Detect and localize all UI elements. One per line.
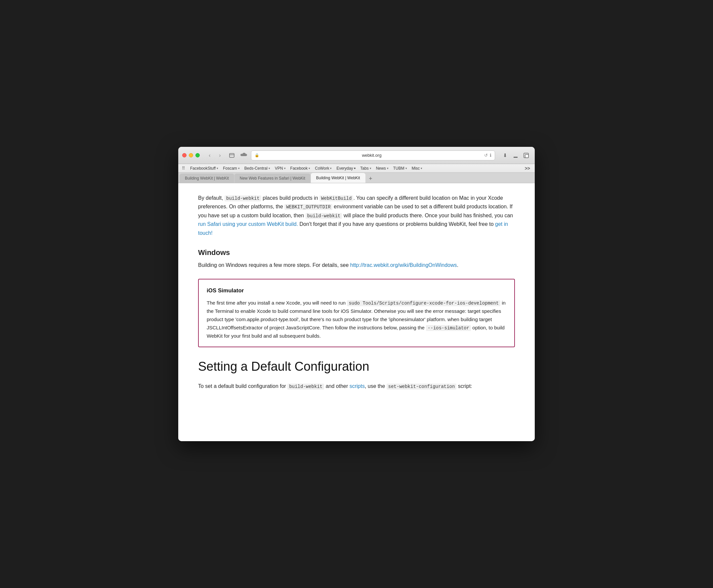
bookmark-news[interactable]: News ▾ (374, 165, 391, 172)
traffic-lights (182, 153, 200, 158)
bookmarks-grid-icon[interactable]: ⠿ (181, 166, 186, 171)
setting-paragraph: To set a default build configuration for… (198, 382, 515, 391)
info-button[interactable]: ℹ (490, 153, 491, 158)
setting-section: Setting a Default Configuration To set a… (198, 357, 515, 391)
chevron-icon: ▾ (284, 167, 286, 170)
bookmark-misc[interactable]: Misc ▾ (410, 165, 425, 172)
bookmarks-bar: ⠿ FacebookStuff ▾ Foscam ▾ Beds-Central … (178, 164, 535, 173)
bookmark-label: Everyday (336, 166, 353, 171)
bookmark-label: Foscam (223, 166, 237, 171)
windows-heading: Windows (198, 247, 515, 258)
reload-button[interactable]: ↺ (484, 153, 488, 158)
bookmark-label: FacebookStuff (190, 166, 216, 171)
chevron-icon: ▾ (217, 167, 218, 170)
code-build-webkit-1: build-webkit (225, 195, 261, 202)
chevron-icon: ▾ (330, 167, 332, 170)
bookmarks-overflow-button[interactable]: >> (523, 166, 532, 171)
new-tab-add-button[interactable]: + (366, 174, 375, 183)
bookmark-label: CoWork (315, 166, 329, 171)
chevron-icon: ▾ (387, 167, 389, 170)
bookmark-label: Facebook (290, 166, 308, 171)
svg-rect-3 (525, 154, 528, 158)
bookmark-label: VPN (275, 166, 283, 171)
bookmark-facebook[interactable]: Facebook ▾ (288, 165, 313, 172)
svg-rect-0 (230, 153, 234, 158)
cloud-button[interactable] (239, 151, 248, 160)
bookmark-label: Misc (412, 166, 420, 171)
chevron-icon: ▾ (405, 167, 407, 170)
intro-section: By default, build-webkit places build pr… (198, 194, 515, 237)
tabs-bar: Building WebKit | WebKit New Web Feature… (178, 173, 535, 183)
tab-label: Building WebKit | WebKit (185, 176, 229, 181)
bookmark-cowork[interactable]: CoWork ▾ (313, 165, 334, 172)
setting-heading: Setting a Default Configuration (198, 357, 515, 377)
chevron-icon: ▾ (309, 167, 310, 170)
close-button[interactable] (182, 153, 187, 158)
lock-icon: 🔒 (255, 153, 259, 158)
url-display: webkit.org (261, 153, 482, 158)
bookmark-vpn[interactable]: VPN ▾ (273, 165, 288, 172)
link-windows[interactable]: http://trac.webkit.org/wiki/BuildingOnWi… (350, 262, 457, 268)
bookmark-label: Tabs (360, 166, 369, 171)
ios-box-title: iOS Simulator (207, 286, 506, 295)
download-button[interactable]: ⬇ (500, 151, 510, 160)
bookmark-tubm[interactable]: TUBM ▾ (391, 165, 409, 172)
code-webkitbuild: WebKitBuild (319, 195, 353, 202)
chevron-icon: ▾ (421, 167, 422, 170)
bookmark-favicon: ■ (354, 167, 356, 170)
tab-label: New Web Features in Safari | WebKit (240, 176, 305, 181)
bookmark-tabs[interactable]: Tabs ▾ (358, 165, 373, 172)
back-button[interactable]: ‹ (205, 151, 214, 160)
bookmark-foscam[interactable]: Foscam ▾ (221, 165, 242, 172)
bookmark-facebookstuff[interactable]: FacebookStuff ▾ (188, 165, 220, 172)
tab-view-button[interactable] (227, 151, 236, 160)
code-outputdir: WEBKIT_OUTPUTDIR (285, 204, 332, 210)
page-content: By default, build-webkit places build pr… (178, 183, 535, 441)
tab-3-active[interactable]: Building WebKit | WebKit (311, 173, 365, 183)
code-build-webkit-2: build-webkit (306, 213, 342, 219)
bookmark-label: TUBM (393, 166, 404, 171)
windows-section: Windows Building on Windows requires a f… (198, 247, 515, 270)
share-button[interactable] (511, 151, 520, 160)
bookmark-everyday[interactable]: Everyday ■ (334, 165, 357, 172)
intro-paragraph-1: By default, build-webkit places build pr… (198, 194, 515, 237)
forward-button[interactable]: › (215, 151, 225, 160)
link-run-safari[interactable]: run Safari using your custom WebKit buil… (198, 221, 298, 227)
link-scripts[interactable]: scripts (350, 383, 365, 389)
tab-2[interactable]: New Web Features in Safari | WebKit (234, 174, 311, 183)
title-bar: ‹ › 🔒 webkit.org ↺ ℹ ⬇ (178, 147, 535, 164)
new-tab-button[interactable] (522, 151, 531, 160)
browser-window: ‹ › 🔒 webkit.org ↺ ℹ ⬇ (178, 147, 535, 441)
chevron-icon: ▾ (370, 167, 371, 170)
nav-buttons: ‹ › (205, 151, 225, 160)
maximize-button[interactable] (195, 153, 200, 158)
right-buttons: ⬇ (500, 151, 531, 160)
bookmark-beds-central[interactable]: Beds-Central ▾ (243, 165, 272, 172)
chevron-icon: ▾ (238, 167, 240, 170)
windows-paragraph: Building on Windows requires a few more … (198, 261, 515, 270)
bookmark-label: News (376, 166, 386, 171)
tab-1[interactable]: Building WebKit | WebKit (180, 174, 234, 183)
tab-label: Building WebKit | WebKit (316, 175, 360, 180)
code-set-config: set-webkit-configuration (386, 384, 457, 390)
ios-simulator-box: iOS Simulator The first time after you i… (198, 279, 515, 348)
bookmark-label: Beds-Central (245, 166, 268, 171)
minimize-button[interactable] (189, 153, 193, 158)
code-build-webkit-setting: build-webkit (287, 384, 324, 390)
code-ios-simulator: --ios-simulator (426, 325, 471, 331)
code-sudo-configure: sudo Tools/Scripts/configure-xcode-for-i… (347, 300, 500, 306)
ios-paragraph: The first time after you install a new X… (207, 299, 506, 340)
chevron-icon: ▾ (269, 167, 270, 170)
address-bar[interactable]: 🔒 webkit.org ↺ ℹ (251, 150, 495, 161)
